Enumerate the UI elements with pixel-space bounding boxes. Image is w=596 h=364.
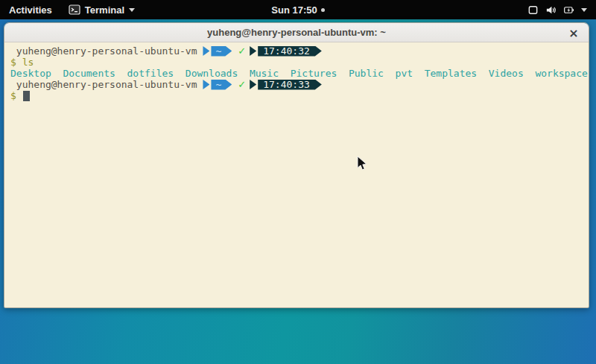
command-text: ls <box>22 57 34 68</box>
top-bar: Activities Terminal Sun 17:50 <box>0 0 596 19</box>
notification-dot-icon <box>321 8 325 12</box>
terminal-content[interactable]: yuheng@henry-personal-ubuntu-vm ~ ✓ 17:4… <box>4 42 589 307</box>
prompt-cwd: ~ <box>211 46 232 57</box>
window-title: yuheng@henry-personal-ubuntu-vm: ~ <box>207 27 386 38</box>
prompt-host: yuheng@henry-personal-ubuntu-vm <box>10 45 197 57</box>
activities-button[interactable]: Activities <box>0 0 61 19</box>
close-button[interactable]: × <box>566 25 581 40</box>
prompt-line-2: yuheng@henry-personal-ubuntu-vm ~ ✓ 17:4… <box>10 79 589 90</box>
ls-output-line: Desktop Documents dotfiles Downloads Mus… <box>10 68 589 79</box>
prompt-cwd: ~ <box>211 80 232 90</box>
battery-charging-icon <box>563 4 574 16</box>
terminal-window: yuheng@henry-personal-ubuntu-vm: ~ × yuh… <box>4 22 589 308</box>
network-wired-icon <box>527 4 539 16</box>
prompt-symbol: $ <box>10 57 16 68</box>
window-titlebar[interactable]: yuheng@henry-personal-ubuntu-vm: ~ × <box>4 23 589 42</box>
app-menu-label: Terminal <box>85 4 124 16</box>
status-check-icon: ✓ <box>238 45 246 57</box>
text-cursor <box>23 91 30 101</box>
powerline-arrow-icon <box>203 46 209 56</box>
powerline-arrow-icon <box>203 80 209 89</box>
prompt-symbol: $ <box>10 90 16 101</box>
chevron-down-icon <box>129 8 135 12</box>
terminal-icon <box>69 4 80 16</box>
status-check-icon: ✓ <box>238 79 246 90</box>
powerline-arrow-icon <box>250 80 256 89</box>
input-line: $ <box>10 90 589 101</box>
prompt-line-1: yuheng@henry-personal-ubuntu-vm ~ ✓ 17:4… <box>10 45 589 57</box>
command-line: $ ls <box>10 57 589 68</box>
prompt-time: 17:40:33 <box>258 80 322 90</box>
app-menu-terminal[interactable]: Terminal <box>61 0 142 19</box>
directory-listing: Desktop Documents dotfiles Downloads Mus… <box>10 68 588 79</box>
volume-icon <box>545 4 557 16</box>
powerline-arrow-icon <box>250 46 256 56</box>
clock-label: Sun 17:50 <box>271 4 317 16</box>
prompt-time: 17:40:32 <box>258 46 322 57</box>
prompt-host: yuheng@henry-personal-ubuntu-vm <box>10 79 197 90</box>
system-status-area[interactable] <box>519 0 596 19</box>
system-menu-chevron-icon <box>581 8 587 12</box>
desktop-background: Activities Terminal Sun 17:50 <box>0 0 596 364</box>
